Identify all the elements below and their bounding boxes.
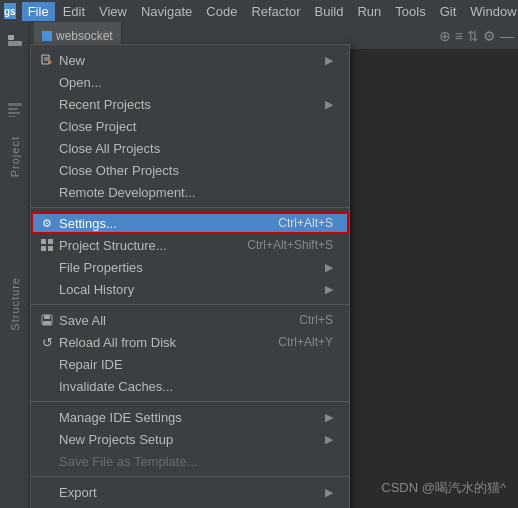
recent-arrow: ▶ [325, 98, 333, 111]
menu-save-all-label: Save All [59, 313, 279, 328]
menu-settings-label: Settings... [59, 216, 258, 231]
menu-open-label: Open... [59, 75, 333, 90]
svg-rect-12 [48, 239, 53, 244]
watermark-text: CSDN @喝汽水的猫^ [381, 479, 506, 497]
svg-rect-14 [48, 246, 53, 251]
menu-item-file-props[interactable]: File Properties ▶ [31, 256, 349, 278]
menu-item-new-projects[interactable]: New Projects Setup ▶ [31, 428, 349, 450]
sidebar-project-icon[interactable] [1, 26, 29, 54]
svg-rect-1 [8, 41, 22, 46]
menu-item-invalidate[interactable]: Invalidate Caches... [31, 375, 349, 397]
menu-item-new[interactable]: New ▶ [31, 49, 349, 71]
dropdown-overlay: New ▶ Open... Recent Projects ▶ Close Pr… [30, 22, 518, 508]
menu-item-reload[interactable]: ↺ Reload All from Disk Ctrl+Alt+Y [31, 331, 349, 353]
tab-icon [42, 31, 52, 41]
svg-rect-13 [41, 246, 46, 251]
menu-recent-label: Recent Projects [59, 97, 317, 112]
menu-item-settings[interactable]: ⚙ Settings... Ctrl+Alt+S [31, 212, 349, 234]
svg-rect-2 [8, 103, 22, 106]
menu-file[interactable]: File [22, 2, 55, 21]
file-dropdown-menu: New ▶ Open... Recent Projects ▶ Close Pr… [30, 44, 350, 508]
svg-rect-3 [8, 108, 18, 110]
menu-git[interactable]: Git [434, 2, 463, 21]
menu-project-structure-label: Project Structure... [59, 238, 227, 253]
menu-close-project-label: Close Project [59, 119, 333, 134]
menu-reload-label: Reload All from Disk [59, 335, 258, 350]
main-layout: Project Structure websocket ⊕ ≡ ⇅ ⚙ — 20… [0, 22, 518, 508]
menu-item-open[interactable]: Open... [31, 71, 349, 93]
tab-label: websocket [56, 29, 113, 43]
menu-item-print[interactable]: 🖨 Print... [31, 503, 349, 508]
settings-shortcut: Ctrl+Alt+S [278, 216, 333, 230]
separator-1 [31, 207, 349, 208]
menu-tools[interactable]: Tools [389, 2, 431, 21]
menu-close-all-label: Close All Projects [59, 141, 333, 156]
local-history-arrow: ▶ [325, 283, 333, 296]
save-icon [39, 312, 55, 328]
menu-edit[interactable]: Edit [57, 2, 91, 21]
manage-ide-arrow: ▶ [325, 411, 333, 424]
menu-close-others-label: Close Other Projects [59, 163, 333, 178]
svg-rect-0 [8, 35, 14, 40]
menu-new-projects-label: New Projects Setup [59, 432, 317, 447]
app-icon: gs [4, 3, 16, 19]
left-sidebar: Project Structure [0, 22, 30, 508]
file-props-arrow: ▶ [325, 261, 333, 274]
toolbar-right: ⊕ ≡ ⇅ ⚙ — [439, 28, 514, 44]
menu-item-close-project[interactable]: Close Project [31, 115, 349, 137]
svg-rect-4 [8, 112, 20, 114]
project-structure-icon [39, 237, 55, 253]
content-area: websocket ⊕ ≡ ⇅ ⚙ — 2024-4-23 / ∅ [30, 22, 518, 508]
separator-4 [31, 476, 349, 477]
menu-item-close-others[interactable]: Close Other Projects [31, 159, 349, 181]
menu-manage-ide-label: Manage IDE Settings [59, 410, 317, 425]
menu-repair-label: Repair IDE [59, 357, 333, 372]
menu-item-repair[interactable]: Repair IDE [31, 353, 349, 375]
menu-item-export[interactable]: Export ▶ [31, 481, 349, 503]
menu-invalidate-label: Invalidate Caches... [59, 379, 333, 394]
new-icon [39, 52, 55, 68]
menu-item-manage-ide[interactable]: Manage IDE Settings ▶ [31, 406, 349, 428]
menu-remote-label: Remote Development... [59, 185, 333, 200]
menu-code[interactable]: Code [200, 2, 243, 21]
menu-export-label: Export [59, 485, 317, 500]
new-projects-arrow: ▶ [325, 433, 333, 446]
menu-window[interactable]: Window [464, 2, 518, 21]
toolbar-icon-3[interactable]: ⇅ [467, 28, 479, 44]
sidebar-project-label: Project [9, 136, 21, 177]
menu-item-local-history[interactable]: Local History ▶ [31, 278, 349, 300]
menu-view[interactable]: View [93, 2, 133, 21]
separator-3 [31, 401, 349, 402]
project-structure-shortcut: Ctrl+Alt+Shift+S [247, 238, 333, 252]
menu-item-close-all[interactable]: Close All Projects [31, 137, 349, 159]
toolbar-icon-2[interactable]: ≡ [455, 28, 463, 44]
menu-new-label: New [59, 53, 317, 68]
sidebar-structure-label: Structure [9, 277, 21, 331]
svg-rect-11 [41, 239, 46, 244]
menu-run[interactable]: Run [351, 2, 387, 21]
toolbar-icon-1[interactable]: ⊕ [439, 28, 451, 44]
menu-refactor[interactable]: Refactor [245, 2, 306, 21]
new-arrow: ▶ [325, 54, 333, 67]
toolbar-icon-4[interactable]: ⚙ [483, 28, 496, 44]
menu-item-project-structure[interactable]: Project Structure... Ctrl+Alt+Shift+S [31, 234, 349, 256]
menu-item-recent[interactable]: Recent Projects ▶ [31, 93, 349, 115]
menu-build[interactable]: Build [309, 2, 350, 21]
reload-shortcut: Ctrl+Alt+Y [278, 335, 333, 349]
menu-item-save-all[interactable]: Save All Ctrl+S [31, 309, 349, 331]
svg-rect-16 [44, 315, 50, 319]
top-menu-bar: gs File Edit View Navigate Code Refactor… [0, 0, 518, 22]
separator-2 [31, 304, 349, 305]
menu-item-remote[interactable]: Remote Development... [31, 181, 349, 203]
export-arrow: ▶ [325, 486, 333, 499]
sidebar-structure-icon[interactable] [1, 96, 29, 124]
menu-item-save-template: Save File as Template... [31, 450, 349, 472]
menu-save-template-label: Save File as Template... [59, 454, 333, 469]
svg-rect-17 [43, 321, 51, 325]
menu-navigate[interactable]: Navigate [135, 2, 198, 21]
toolbar-icon-5[interactable]: — [500, 28, 514, 44]
menu-local-history-label: Local History [59, 282, 317, 297]
svg-rect-5 [8, 116, 16, 117]
save-all-shortcut: Ctrl+S [299, 313, 333, 327]
reload-icon: ↺ [39, 334, 55, 350]
